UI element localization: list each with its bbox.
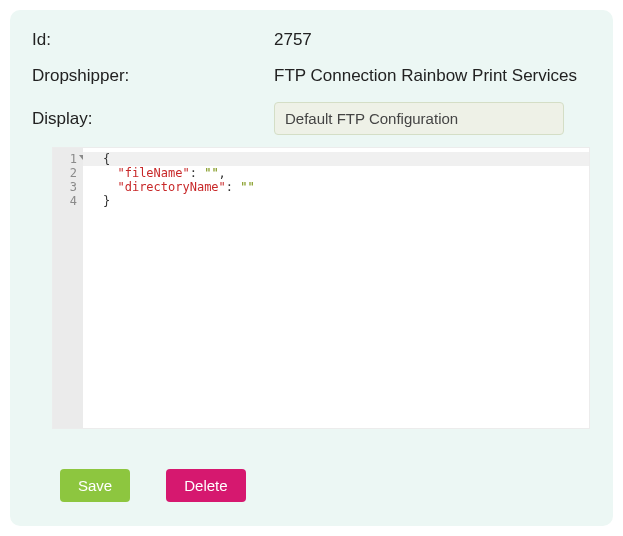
gutter-line-1: 1 [57, 152, 77, 166]
button-row: Save Delete [60, 469, 246, 502]
row-display: Display: [32, 102, 591, 135]
gutter-line-3: 3 [57, 180, 77, 194]
id-label: Id: [32, 30, 274, 50]
display-input[interactable] [274, 102, 564, 135]
editor-gutter: 1 2 3 4 [53, 148, 83, 428]
save-button[interactable]: Save [60, 469, 130, 502]
code-line-2: "fileName": "", [103, 166, 589, 180]
code-line-1: { [103, 152, 589, 166]
json-editor[interactable]: 1 2 3 4 { "fileName": "", "directoryName… [52, 147, 590, 429]
row-dropshipper: Dropshipper: FTP Connection Rainbow Prin… [32, 66, 591, 86]
config-panel: Id: 2757 Dropshipper: FTP Connection Rai… [10, 10, 613, 526]
gutter-line-2: 2 [57, 166, 77, 180]
editor-code-area[interactable]: { "fileName": "", "directoryName": "" } [83, 148, 589, 428]
row-id: Id: 2757 [32, 30, 591, 50]
code-line-4: } [103, 194, 589, 208]
dropshipper-value: FTP Connection Rainbow Print Services [274, 66, 577, 86]
code-line-3: "directoryName": "" [103, 180, 589, 194]
dropshipper-label: Dropshipper: [32, 66, 274, 86]
display-label: Display: [32, 109, 274, 129]
delete-button[interactable]: Delete [166, 469, 245, 502]
gutter-line-4: 4 [57, 194, 77, 208]
id-value: 2757 [274, 30, 312, 50]
